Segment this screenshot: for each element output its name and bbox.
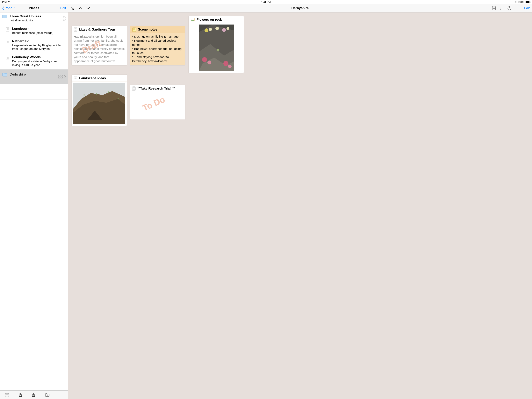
sidebar-edit-button[interactable]: Edit [60, 6, 66, 10]
plus-icon [59, 393, 63, 397]
card-body-text: Had Elizabeth's opinion been all drawn f… [74, 35, 125, 63]
sidebar-title: Places [29, 6, 39, 10]
svg-point-58 [204, 28, 209, 32]
scene-line: * Regiment and all varied society gone! [132, 39, 183, 47]
svg-line-27 [6, 396, 6, 396]
sidebar-item-netherfield[interactable]: Netherfield Large estate rented by Bingl… [0, 37, 68, 54]
svg-point-78 [83, 94, 85, 95]
main-edit-button[interactable]: Edit [524, 6, 530, 10]
sidebar: PandP Places Edit Three Great Houses not… [0, 4, 68, 399]
plus-icon [516, 6, 520, 10]
svg-point-53 [191, 19, 192, 19]
todo-watermark: To Do [140, 94, 167, 114]
svg-point-64 [207, 61, 211, 64]
wifi-icon [8, 1, 11, 3]
main-header: Derbyshire i Edit [68, 4, 532, 13]
corkboard[interactable]: Lizzy & Gardiners Tour Draft Had Elizabe… [68, 13, 532, 399]
chevron-down-icon [86, 7, 90, 9]
item-subtitle: Large estate rented by Bingley, not far … [12, 44, 66, 51]
card-title: Landscape ideas [79, 76, 106, 80]
document-icon [74, 76, 77, 80]
sidebar-item-longbourn[interactable]: Longbourn Bennet residence (small villag… [0, 25, 68, 37]
svg-line-26 [8, 396, 8, 396]
inspector-button[interactable]: i [500, 6, 503, 10]
item-subtitle: Darcy's grand estate in Derbyshire, raki… [12, 60, 66, 67]
folder-icon [2, 14, 7, 18]
card-title: Scene notes [138, 28, 158, 32]
image-icon [191, 18, 195, 21]
card-scene-notes[interactable]: Scene notes * Musings on family life & m… [130, 26, 185, 65]
svg-point-79 [96, 93, 97, 95]
import-button[interactable] [32, 393, 35, 397]
card-flowers-on-rock[interactable]: Flowers on rock [189, 16, 244, 73]
gear-icon [5, 393, 9, 397]
card-landscape-ideas[interactable]: Landscape ideas [72, 74, 127, 126]
settings-button[interactable] [5, 393, 9, 397]
document-icon [132, 86, 136, 91]
svg-line-28 [8, 393, 8, 394]
svg-rect-18 [61, 77, 63, 78]
sidebar-folder-three-great-houses[interactable]: Three Great Houses not alike in dignity [0, 13, 68, 25]
card-lizzy-gardiners-tour[interactable]: Lizzy & Gardiners Tour Draft Had Elizabe… [72, 26, 127, 65]
item-title: Pemberley Woods [12, 55, 66, 59]
svg-rect-5 [6, 40, 9, 44]
document-icon [6, 56, 9, 60]
back-label: PandP [5, 6, 15, 10]
document-icon [74, 27, 77, 32]
import-icon [32, 393, 35, 397]
chevron-left-icon [2, 6, 4, 10]
main-title: Derbyshire [291, 6, 309, 10]
expand-button[interactable] [70, 6, 74, 10]
corkboard-icon[interactable] [58, 75, 63, 78]
sidebar-list: Three Great Houses not alike in dignity [0, 13, 68, 390]
svg-point-20 [6, 394, 7, 395]
editor-mode-button[interactable] [492, 6, 496, 10]
document-icon [492, 6, 496, 10]
scene-line: * ...and staying next door to Pemberley,… [132, 55, 183, 63]
chevron-right-icon[interactable] [64, 75, 66, 78]
sidebar-item-pemberley-woods[interactable]: Pemberley Woods Darcy's grand estate in … [0, 53, 68, 70]
main-panel: Derbyshire i Edit [68, 4, 532, 399]
svg-rect-16 [61, 75, 63, 76]
folder-subtitle: not alike in dignity [10, 19, 66, 22]
bluetooth-icon [515, 1, 516, 3]
add-card-button[interactable] [516, 6, 520, 10]
prev-button[interactable] [79, 7, 82, 9]
next-button[interactable] [86, 7, 90, 9]
card-take-research-trip[interactable]: **Take Research Trip!!** To Do [130, 85, 185, 120]
clock-icon [507, 6, 512, 10]
card-title: Lizzy & Gardiners Tour [79, 28, 115, 32]
back-button[interactable]: PandP [2, 6, 15, 10]
disclosure-icon[interactable] [62, 16, 66, 21]
add-button[interactable] [59, 393, 63, 397]
document-icon [6, 40, 9, 44]
device-label: iPad [1, 0, 7, 4]
notes-icon [132, 27, 136, 32]
sidebar-header: PandP Places Edit [0, 4, 68, 13]
svg-line-25 [6, 393, 6, 394]
svg-rect-68 [74, 76, 77, 80]
history-button[interactable] [507, 6, 512, 10]
svg-rect-33 [492, 6, 495, 10]
folder-title: Derbyshire [10, 73, 26, 76]
svg-rect-15 [58, 75, 60, 76]
sidebar-folder-derbyshire[interactable]: Derbyshire [0, 70, 68, 84]
svg-text:i: i [500, 6, 501, 10]
status-bar: iPad 1:41 PM 100% [0, 0, 532, 4]
battery-icon [525, 1, 531, 3]
folder-icon [2, 73, 7, 76]
battery-percent: 100% [518, 0, 524, 4]
svg-rect-17 [58, 77, 60, 78]
svg-point-59 [209, 28, 212, 31]
svg-rect-0 [6, 27, 9, 31]
card-image [72, 82, 127, 126]
svg-point-61 [222, 28, 226, 32]
svg-rect-42 [74, 28, 77, 32]
new-folder-button[interactable] [45, 393, 50, 397]
svg-point-62 [227, 27, 229, 30]
share-button[interactable] [19, 393, 22, 397]
folder-children: Longbourn Bennet residence (small villag… [0, 25, 68, 70]
svg-rect-82 [132, 87, 135, 90]
scene-line: * Musings on family life & marriage [132, 35, 183, 39]
svg-rect-51 [132, 28, 133, 32]
